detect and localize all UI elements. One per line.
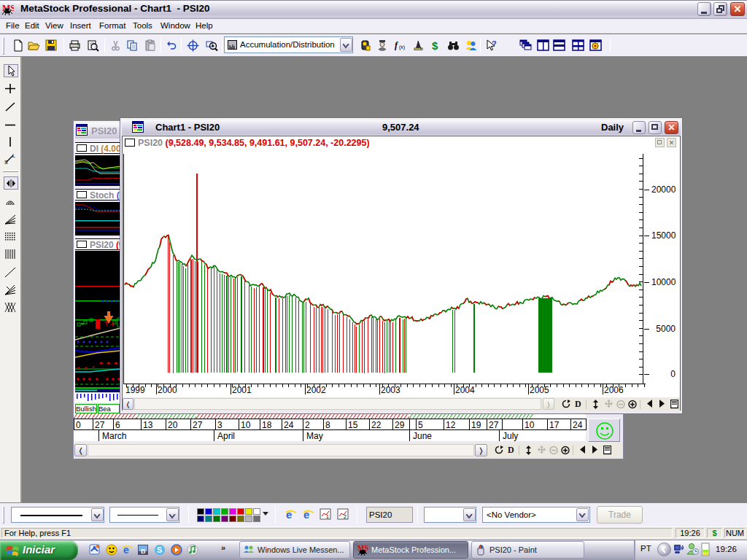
svg-text:e: e [303,508,309,521]
svg-text:1: 1 [326,514,329,519]
svg-text:f: f [395,40,398,50]
svg-text:S: S [157,545,162,554]
svg-text:e: e [286,508,292,521]
svg-text:(x): (x) [399,44,405,50]
svg-text:L: L [12,153,15,158]
svg-text:?: ? [492,39,497,48]
svg-text:S: S [4,160,8,165]
svg-text:B: B [141,548,146,555]
svg-text:$: $ [432,39,438,52]
svg-text:2: 2 [344,514,347,519]
